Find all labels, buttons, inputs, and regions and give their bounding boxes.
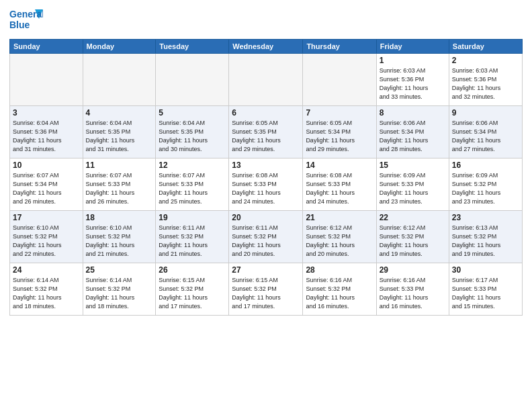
calendar-cell: 22Sunrise: 6:12 AM Sunset: 5:32 PM Dayli… bbox=[376, 211, 449, 263]
day-info: Sunrise: 6:11 AM Sunset: 5:32 PM Dayligh… bbox=[159, 224, 226, 259]
day-number: 27 bbox=[232, 265, 300, 275]
calendar: SundayMondayTuesdayWednesdayThursdayFrid… bbox=[9, 39, 523, 316]
calendar-cell bbox=[156, 54, 229, 106]
weekday-header-row: SundayMondayTuesdayWednesdayThursdayFrid… bbox=[10, 40, 523, 54]
day-number: 3 bbox=[13, 108, 80, 118]
calendar-cell: 24Sunrise: 6:14 AM Sunset: 5:32 PM Dayli… bbox=[10, 263, 83, 316]
weekday-header: Wednesday bbox=[229, 40, 303, 54]
calendar-cell: 23Sunrise: 6:13 AM Sunset: 5:32 PM Dayli… bbox=[449, 211, 522, 263]
day-info: Sunrise: 6:06 AM Sunset: 5:34 PM Dayligh… bbox=[452, 119, 519, 154]
calendar-cell: 4Sunrise: 6:04 AM Sunset: 5:35 PM Daylig… bbox=[83, 106, 156, 158]
day-number: 24 bbox=[13, 265, 80, 275]
calendar-cell: 6Sunrise: 6:05 AM Sunset: 5:35 PM Daylig… bbox=[229, 106, 303, 158]
calendar-cell: 2Sunrise: 6:03 AM Sunset: 5:36 PM Daylig… bbox=[449, 54, 522, 106]
calendar-cell: 12Sunrise: 6:07 AM Sunset: 5:33 PM Dayli… bbox=[156, 158, 229, 211]
day-number: 17 bbox=[13, 213, 80, 222]
header: GeneralBlue bbox=[9, 7, 523, 34]
calendar-cell: 30Sunrise: 6:17 AM Sunset: 5:33 PM Dayli… bbox=[449, 263, 522, 316]
calendar-cell: 7Sunrise: 6:05 AM Sunset: 5:34 PM Daylig… bbox=[303, 106, 376, 158]
day-number: 26 bbox=[159, 265, 226, 275]
calendar-cell: 29Sunrise: 6:16 AM Sunset: 5:33 PM Dayli… bbox=[376, 263, 449, 316]
logo: GeneralBlue bbox=[9, 7, 43, 34]
day-number: 14 bbox=[306, 161, 373, 170]
calendar-cell: 25Sunrise: 6:14 AM Sunset: 5:32 PM Dayli… bbox=[83, 263, 156, 316]
calendar-cell: 10Sunrise: 6:07 AM Sunset: 5:34 PM Dayli… bbox=[10, 158, 83, 211]
logo-svg: GeneralBlue bbox=[9, 7, 43, 34]
day-number: 28 bbox=[306, 265, 373, 275]
weekday-header: Sunday bbox=[10, 40, 83, 54]
day-number: 4 bbox=[86, 108, 153, 118]
day-number: 9 bbox=[452, 108, 519, 118]
day-number: 19 bbox=[159, 213, 226, 222]
day-info: Sunrise: 6:15 AM Sunset: 5:32 PM Dayligh… bbox=[159, 276, 226, 311]
calendar-cell: 14Sunrise: 6:08 AM Sunset: 5:33 PM Dayli… bbox=[303, 158, 376, 211]
calendar-week-row: 17Sunrise: 6:10 AM Sunset: 5:32 PM Dayli… bbox=[10, 211, 523, 263]
day-info: Sunrise: 6:04 AM Sunset: 5:35 PM Dayligh… bbox=[86, 119, 153, 154]
day-info: Sunrise: 6:08 AM Sunset: 5:33 PM Dayligh… bbox=[232, 171, 300, 206]
weekday-header: Tuesday bbox=[156, 40, 229, 54]
day-number: 25 bbox=[86, 265, 153, 275]
calendar-cell: 18Sunrise: 6:10 AM Sunset: 5:32 PM Dayli… bbox=[83, 211, 156, 263]
calendar-cell: 5Sunrise: 6:04 AM Sunset: 5:35 PM Daylig… bbox=[156, 106, 229, 158]
day-number: 22 bbox=[380, 213, 446, 222]
day-number: 6 bbox=[232, 108, 300, 118]
calendar-cell: 15Sunrise: 6:09 AM Sunset: 5:33 PM Dayli… bbox=[376, 158, 449, 211]
day-number: 20 bbox=[232, 213, 300, 222]
day-info: Sunrise: 6:16 AM Sunset: 5:32 PM Dayligh… bbox=[306, 276, 373, 311]
day-number: 12 bbox=[159, 161, 226, 170]
weekday-header: Monday bbox=[83, 40, 156, 54]
calendar-cell: 26Sunrise: 6:15 AM Sunset: 5:32 PM Dayli… bbox=[156, 263, 229, 316]
day-number: 16 bbox=[452, 161, 519, 170]
day-number: 11 bbox=[86, 161, 153, 170]
day-info: Sunrise: 6:05 AM Sunset: 5:35 PM Dayligh… bbox=[232, 119, 300, 154]
calendar-cell: 1Sunrise: 6:03 AM Sunset: 5:36 PM Daylig… bbox=[376, 54, 449, 106]
day-info: Sunrise: 6:10 AM Sunset: 5:32 PM Dayligh… bbox=[86, 224, 153, 259]
calendar-week-row: 24Sunrise: 6:14 AM Sunset: 5:32 PM Dayli… bbox=[10, 263, 523, 316]
day-info: Sunrise: 6:03 AM Sunset: 5:36 PM Dayligh… bbox=[380, 66, 446, 101]
day-number: 1 bbox=[380, 56, 446, 65]
day-info: Sunrise: 6:06 AM Sunset: 5:34 PM Dayligh… bbox=[380, 119, 446, 154]
day-number: 21 bbox=[306, 213, 373, 222]
day-number: 23 bbox=[452, 213, 519, 222]
calendar-cell: 3Sunrise: 6:04 AM Sunset: 5:36 PM Daylig… bbox=[10, 106, 83, 158]
day-number: 13 bbox=[232, 161, 300, 170]
day-info: Sunrise: 6:07 AM Sunset: 5:33 PM Dayligh… bbox=[86, 171, 153, 206]
weekday-header: Friday bbox=[376, 40, 449, 54]
day-info: Sunrise: 6:04 AM Sunset: 5:36 PM Dayligh… bbox=[13, 119, 80, 154]
day-number: 5 bbox=[159, 108, 226, 118]
calendar-cell: 11Sunrise: 6:07 AM Sunset: 5:33 PM Dayli… bbox=[83, 158, 156, 211]
day-info: Sunrise: 6:10 AM Sunset: 5:32 PM Dayligh… bbox=[13, 224, 80, 259]
calendar-week-row: 10Sunrise: 6:07 AM Sunset: 5:34 PM Dayli… bbox=[10, 158, 523, 211]
calendar-cell: 20Sunrise: 6:11 AM Sunset: 5:32 PM Dayli… bbox=[229, 211, 303, 263]
day-info: Sunrise: 6:11 AM Sunset: 5:32 PM Dayligh… bbox=[232, 224, 300, 259]
day-info: Sunrise: 6:12 AM Sunset: 5:32 PM Dayligh… bbox=[380, 224, 446, 259]
day-info: Sunrise: 6:14 AM Sunset: 5:32 PM Dayligh… bbox=[13, 276, 80, 311]
calendar-cell: 17Sunrise: 6:10 AM Sunset: 5:32 PM Dayli… bbox=[10, 211, 83, 263]
day-info: Sunrise: 6:15 AM Sunset: 5:32 PM Dayligh… bbox=[232, 276, 300, 311]
day-info: Sunrise: 6:14 AM Sunset: 5:32 PM Dayligh… bbox=[86, 276, 153, 311]
day-number: 18 bbox=[86, 213, 153, 222]
calendar-cell: 19Sunrise: 6:11 AM Sunset: 5:32 PM Dayli… bbox=[156, 211, 229, 263]
day-info: Sunrise: 6:13 AM Sunset: 5:32 PM Dayligh… bbox=[452, 224, 519, 259]
day-number: 7 bbox=[306, 108, 373, 118]
day-number: 30 bbox=[452, 265, 519, 275]
page: GeneralBlue SundayMondayTuesdayWednesday… bbox=[0, 0, 532, 411]
day-number: 2 bbox=[452, 56, 519, 65]
calendar-cell: 9Sunrise: 6:06 AM Sunset: 5:34 PM Daylig… bbox=[449, 106, 522, 158]
calendar-cell: 13Sunrise: 6:08 AM Sunset: 5:33 PM Dayli… bbox=[229, 158, 303, 211]
day-number: 15 bbox=[380, 161, 446, 170]
calendar-cell bbox=[10, 54, 83, 106]
day-info: Sunrise: 6:09 AM Sunset: 5:32 PM Dayligh… bbox=[452, 171, 519, 206]
day-info: Sunrise: 6:04 AM Sunset: 5:35 PM Dayligh… bbox=[159, 119, 226, 154]
day-info: Sunrise: 6:16 AM Sunset: 5:33 PM Dayligh… bbox=[380, 276, 446, 311]
day-number: 29 bbox=[380, 265, 446, 275]
calendar-cell bbox=[83, 54, 156, 106]
calendar-cell: 8Sunrise: 6:06 AM Sunset: 5:34 PM Daylig… bbox=[376, 106, 449, 158]
day-info: Sunrise: 6:05 AM Sunset: 5:34 PM Dayligh… bbox=[306, 119, 373, 154]
calendar-cell: 28Sunrise: 6:16 AM Sunset: 5:32 PM Dayli… bbox=[303, 263, 376, 316]
day-info: Sunrise: 6:07 AM Sunset: 5:33 PM Dayligh… bbox=[159, 171, 226, 206]
day-info: Sunrise: 6:12 AM Sunset: 5:32 PM Dayligh… bbox=[306, 224, 373, 259]
day-number: 8 bbox=[380, 108, 446, 118]
weekday-header: Saturday bbox=[449, 40, 522, 54]
day-info: Sunrise: 6:07 AM Sunset: 5:34 PM Dayligh… bbox=[13, 171, 80, 206]
